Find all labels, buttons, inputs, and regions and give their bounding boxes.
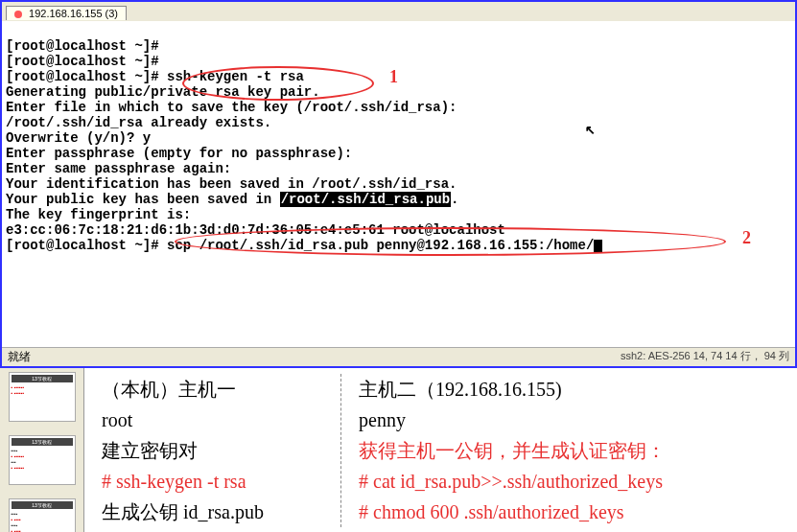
terminal-tab[interactable]: 192.168.16.155 (3) (6, 6, 127, 20)
host2-cmd1: # cat id_rsa.pub>>.ssh/authorized_keys (359, 466, 780, 497)
term-line: /root/.ssh/id_rsa already exists. (6, 115, 271, 130)
host1-cmd1: # ssh-keygen -t rsa (102, 466, 331, 497)
term-line: Overwrite (y/n)? y (6, 130, 151, 146)
host1-user: root (102, 405, 331, 435)
host2-cmd3: # chmod 700 .ssh (359, 527, 780, 532)
status-right: ssh2: AES-256 14, 74 14 行， 94 列 (621, 349, 789, 365)
term-line: Enter passphrase (empty for no passphras… (6, 146, 352, 161)
tab-indicator-icon (14, 11, 22, 18)
thumbnail[interactable]: 13节教程 ▪▪▪▪▪ ▪▪▪▪▪▪▪▪▪▪ ▪▪▪▪▪▪ (9, 435, 76, 485)
doc-column-2: 主机二（192.168.16.155) penny 获得主机一公钥，并生成认证密… (341, 374, 780, 532)
term-line: The key fingerprint is: (6, 207, 191, 222)
term-line: Enter same passphrase again: (6, 161, 231, 176)
doc-column-1: （本机）主机一 root 建立密钥对 # ssh-keygen -t rsa 生… (102, 374, 341, 527)
document-content[interactable]: （本机）主机一 root 建立密钥对 # ssh-keygen -t rsa 生… (84, 368, 797, 532)
status-left: 就绪 (8, 349, 31, 365)
terminal-status-bar: 就绪 ssh2: AES-256 14, 74 14 行， 94 列 (2, 347, 795, 366)
term-line: [root@localhost ~]# (6, 54, 159, 69)
term-line: [root@localhost ~]# ssh-keygen -t rsa (6, 69, 304, 84)
host1-title: （本机）主机一 (102, 374, 331, 405)
host2-user: penny (359, 405, 780, 435)
term-line: Enter file in which to save the key (/ro… (6, 100, 457, 115)
terminal-window: 192.168.16.155 (3) [root@localhost ~]# [… (0, 0, 797, 368)
host1-step2: 生成公钥 id_rsa.pub (102, 497, 331, 527)
host1-step1: 建立密钥对 (102, 435, 331, 466)
host2-title: 主机二（192.168.16.155) (359, 374, 780, 405)
tab-ip: 192.168.16.155 (29, 8, 102, 19)
term-line: Your identification has been saved in /r… (6, 176, 457, 192)
tab-bar: 192.168.16.155 (3) (2, 2, 795, 21)
host2-cmd2: # chmod 600 .ssh/authorized_keys (359, 497, 780, 527)
lower-pane: 13节教程 ▪ ▪▪▪▪▪▪▪ ▪▪▪▪▪▪ 13节教程 ▪▪▪▪▪ ▪▪▪▪▪… (0, 368, 797, 532)
host2-step1: 获得主机一公钥，并生成认证密钥： (359, 435, 780, 466)
thumbnail[interactable]: 13节教程 ▪▪▪▪▪ ▪▪▪▪▪▪▪▪▪ ▪▪▪▪ (9, 498, 76, 532)
term-highlight: /root/.ssh/id_rsa.pub (280, 192, 451, 207)
terminal-cursor-icon (594, 240, 602, 253)
term-line: Generating public/private rsa key pair. (6, 84, 320, 100)
term-line: e3:cc:06:7c:18:21:d6:1b:3d:d0:7d:36:05:e… (6, 222, 505, 238)
slide-thumbnails[interactable]: 13节教程 ▪ ▪▪▪▪▪▪▪ ▪▪▪▪▪▪ 13节教程 ▪▪▪▪▪ ▪▪▪▪▪… (0, 368, 84, 532)
terminal-output[interactable]: [root@localhost ~]# [root@localhost ~]# … (2, 21, 795, 347)
term-line: [root@localhost ~]# (6, 38, 159, 54)
tab-count: (3) (105, 8, 118, 19)
annotation-label-2: 2 (742, 230, 751, 245)
mouse-cursor-icon: ↖ (585, 122, 596, 137)
term-line: [root@localhost ~]# scp /root/.ssh/id_rs… (6, 238, 594, 253)
annotation-label-1: 1 (389, 69, 398, 84)
thumbnail[interactable]: 13节教程 ▪ ▪▪▪▪▪▪▪ ▪▪▪▪▪▪ (9, 372, 76, 422)
term-line: . (451, 192, 458, 207)
term-line: Your public key has been saved in (6, 192, 280, 207)
